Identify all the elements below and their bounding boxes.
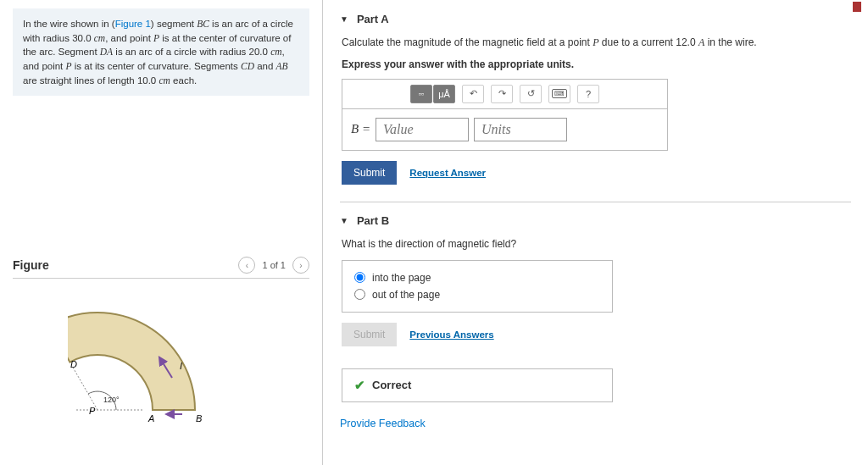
part-b-header[interactable]: ▼ Part B xyxy=(340,214,851,227)
svg-text:P: P xyxy=(89,406,96,416)
keyboard-icon[interactable]: ⌨ xyxy=(548,85,570,103)
answer-input-box: ▫▫ μÅ ↶ ↷ ↺ ⌨ ? B = xyxy=(342,79,668,151)
radio-into-label: into the page xyxy=(372,272,431,284)
svg-text:120°: 120° xyxy=(103,396,120,404)
submit-button[interactable]: Submit xyxy=(342,161,397,185)
radio-into-input[interactable] xyxy=(354,272,365,283)
units-tool-icon[interactable]: μÅ xyxy=(433,85,455,103)
figure-pager: 1 of 1 xyxy=(262,260,286,270)
help-icon[interactable]: ? xyxy=(577,85,599,103)
part-a-instructions: Express your answer with the appropriate… xyxy=(342,58,851,70)
caret-down-icon: ▼ xyxy=(340,14,348,24)
svg-line-1 xyxy=(72,366,97,410)
units-input[interactable] xyxy=(474,118,567,141)
submit-button-disabled: Submit xyxy=(342,323,397,346)
radio-option-into[interactable]: into the page xyxy=(354,269,600,286)
radio-out-input[interactable] xyxy=(354,289,365,300)
reset-icon[interactable]: ↺ xyxy=(520,85,542,103)
svg-text:I: I xyxy=(180,361,182,371)
value-input[interactable] xyxy=(376,118,469,141)
part-b-prompt: What is the direction of magnetic field? xyxy=(342,237,851,252)
radio-option-out[interactable]: out of the page xyxy=(354,286,600,303)
figure-diagram: 120° P A B C D I xyxy=(13,279,309,442)
check-icon: ✔ xyxy=(354,378,365,393)
svg-text:A: A xyxy=(147,413,154,423)
correct-label: Correct xyxy=(372,379,411,391)
radio-options-box: into the page out of the page xyxy=(342,260,613,313)
correct-feedback-box: ✔ Correct xyxy=(342,368,613,402)
radio-out-label: out of the page xyxy=(372,289,440,301)
b-equals-label: B = xyxy=(351,122,370,136)
caret-down-icon: ▼ xyxy=(340,216,348,225)
part-a-prompt: Calculate the magnitude of the magnetic … xyxy=(342,36,851,50)
part-b-title: Part B xyxy=(357,214,389,227)
part-a-title: Part A xyxy=(357,13,389,25)
problem-statement: In the wire shown in (Figure 1) segment … xyxy=(13,8,309,96)
figure-link[interactable]: Figure 1 xyxy=(115,19,151,29)
part-a-header[interactable]: ▼ Part A xyxy=(340,13,851,25)
previous-answers-link[interactable]: Previous Answers xyxy=(409,329,493,340)
undo-icon[interactable]: ↶ xyxy=(462,85,484,103)
templates-tool-icon[interactable]: ▫▫ xyxy=(410,85,432,103)
flag-icon[interactable] xyxy=(853,2,861,12)
svg-text:B: B xyxy=(196,413,202,423)
redo-icon[interactable]: ↷ xyxy=(491,85,513,103)
provide-feedback-link[interactable]: Provide Feedback xyxy=(340,418,426,429)
figure-prev-button[interactable]: ‹ xyxy=(238,257,255,274)
svg-text:D: D xyxy=(70,359,77,369)
figure-next-button[interactable]: › xyxy=(292,257,309,274)
request-answer-link[interactable]: Request Answer xyxy=(409,168,486,178)
figure-title: Figure xyxy=(13,258,49,272)
